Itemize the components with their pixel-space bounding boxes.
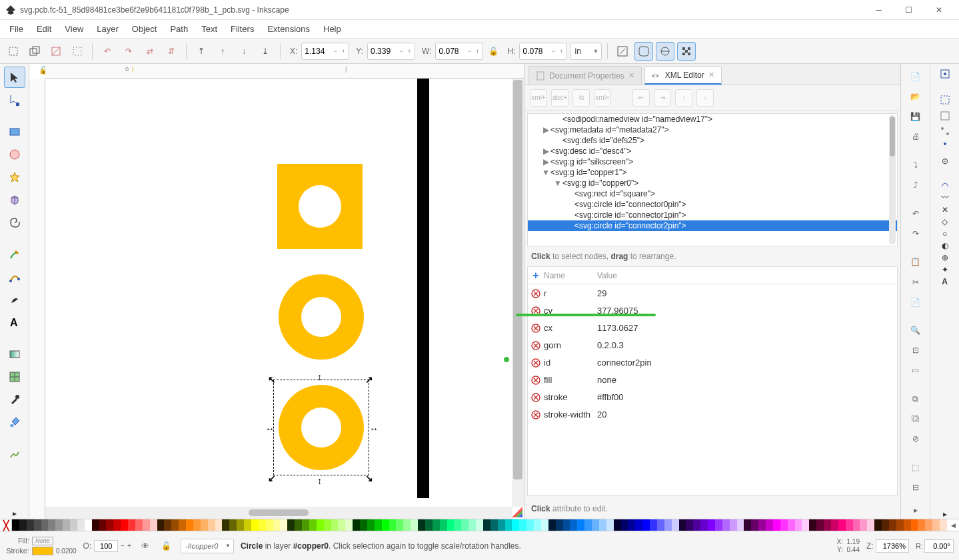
color-swatch[interactable] (657, 519, 664, 531)
snap-bbox-corner-button[interactable] (940, 126, 950, 139)
tweak-tool[interactable] (4, 443, 25, 465)
color-swatch[interactable] (498, 519, 505, 531)
unit-dropdown[interactable]: in▼ (570, 43, 602, 60)
h-dec[interactable]: − (549, 43, 557, 59)
sel-handle-e[interactable]: ↔ (369, 423, 379, 434)
color-swatch[interactable] (722, 519, 730, 531)
xml-node[interactable]: ▶<svg:g id="silkscreen"> (528, 156, 897, 167)
color-swatch[interactable] (802, 519, 809, 531)
color-swatch[interactable] (563, 519, 570, 531)
xml-movedown-button[interactable]: ↓ (696, 89, 714, 107)
selector-tool[interactable] (4, 67, 25, 88)
zoom-drawing-button[interactable]: ⊡ (906, 342, 926, 359)
xml-node[interactable]: <svg:circle id="connector2pin"> (528, 220, 897, 231)
rectangle-tool[interactable] (4, 121, 25, 142)
color-swatch[interactable] (896, 519, 904, 531)
horizontal-scrollbar[interactable] (45, 507, 512, 519)
xml-new-text-button[interactable]: abc+ (551, 89, 568, 107)
tab-xml-editor[interactable]: <> XML Editor ✕ (644, 66, 722, 85)
snap-bbox-button[interactable] (939, 94, 951, 108)
color-swatch[interactable] (353, 519, 360, 531)
color-swatch[interactable] (12, 519, 19, 531)
color-swatch[interactable] (556, 519, 563, 531)
color-swatch[interactable] (324, 519, 331, 531)
color-swatch[interactable] (34, 519, 41, 531)
expand-icon[interactable]: ▼ (541, 168, 550, 177)
color-swatch[interactable] (338, 519, 345, 531)
layer-selector[interactable]: -#copper0▼ (181, 539, 234, 553)
attr-name[interactable]: cx (544, 323, 597, 333)
flip-horizontal-button[interactable]: ⇄ (141, 42, 159, 61)
window-minimize-button[interactable]: ─ (864, 0, 894, 20)
color-swatch[interactable] (375, 519, 382, 531)
attr-value[interactable]: 29 (597, 288, 897, 298)
color-swatch[interactable] (534, 519, 541, 531)
attr-name[interactable]: stroke (544, 392, 597, 402)
rotation-input[interactable] (924, 539, 954, 553)
w-dec[interactable]: − (465, 43, 473, 59)
color-swatch[interactable] (758, 519, 766, 531)
color-swatch[interactable] (519, 519, 526, 531)
tab-close-icon[interactable]: ✕ (628, 71, 634, 80)
color-swatch[interactable] (650, 519, 657, 531)
scale-corners-button[interactable] (634, 42, 653, 61)
menu-view[interactable]: View (58, 21, 90, 37)
attr-row[interactable]: gorn0.2.0.3 (528, 336, 897, 354)
zoom-page-button[interactable]: ▭ (906, 362, 926, 379)
color-swatch[interactable] (628, 519, 635, 531)
xml-node[interactable]: ▼<svg:g id="copper0"> (528, 178, 897, 188)
xml-node[interactable]: <svg:circle id="connector1pin"> (528, 210, 897, 220)
color-swatch[interactable] (889, 519, 896, 531)
vertical-scrollbar[interactable] (512, 79, 524, 507)
delete-attr-button[interactable] (528, 288, 544, 298)
palette-menu-button[interactable]: ◀ (947, 519, 959, 531)
shape-connector1pin[interactable] (279, 274, 364, 360)
color-swatch[interactable] (838, 519, 846, 531)
horizontal-ruler[interactable]: 0 | | (45, 64, 524, 79)
color-swatch[interactable] (201, 519, 208, 531)
xml-node[interactable]: ▶<svg:desc id="desc4"> (528, 146, 897, 156)
color-swatch[interactable] (70, 519, 77, 531)
color-swatch[interactable] (157, 519, 165, 531)
sel-handle-s[interactable]: ↕ (317, 475, 322, 486)
snap-path-button[interactable]: 〰 (941, 193, 949, 202)
snap-bbox-center-button[interactable]: ⊙ (942, 156, 948, 166)
lock-aspect-button[interactable]: 🔓 (486, 44, 500, 59)
color-swatch[interactable] (106, 519, 113, 531)
expand-icon[interactable]: ▶ (541, 125, 550, 135)
color-swatch[interactable] (63, 519, 70, 531)
expand-snap-bar[interactable]: ▸ (943, 509, 947, 519)
color-swatch[interactable] (860, 519, 867, 531)
color-swatch[interactable] (744, 519, 751, 531)
color-swatch[interactable] (345, 519, 353, 531)
expand-toolbox[interactable]: ▸ (4, 508, 25, 519)
y-field[interactable]: −+ (367, 43, 415, 60)
color-swatch[interactable] (244, 519, 251, 531)
attr-value[interactable]: 0.2.0.3 (597, 340, 897, 350)
sel-handle-w[interactable]: ↔ (265, 423, 275, 434)
color-swatch[interactable] (403, 519, 411, 531)
snap-text-baseline-button[interactable]: A (942, 277, 948, 286)
menu-file[interactable]: File (3, 21, 30, 37)
color-swatch[interactable] (780, 519, 788, 531)
color-swatch[interactable] (19, 519, 27, 531)
color-swatch[interactable] (592, 519, 599, 531)
color-swatch[interactable] (541, 519, 548, 531)
scrollbar-thumb[interactable] (513, 80, 522, 479)
color-swatch[interactable] (874, 519, 882, 531)
node-tool[interactable] (4, 89, 25, 111)
color-swatch[interactable] (121, 519, 128, 531)
color-swatch[interactable] (440, 519, 447, 531)
scale-stroke-button[interactable] (613, 42, 632, 61)
color-swatch[interactable] (447, 519, 455, 531)
color-swatch[interactable] (389, 519, 397, 531)
xml-duplicate-button[interactable]: ⧉ (572, 89, 590, 107)
snap-bbox-edge-button[interactable] (940, 111, 950, 123)
color-swatch[interactable] (476, 519, 483, 531)
scrollbar-thumb[interactable] (249, 509, 309, 516)
cut-button[interactable]: ✂ (906, 273, 926, 290)
color-swatch[interactable] (461, 519, 469, 531)
x-dec[interactable]: − (331, 43, 339, 59)
menu-extensions[interactable]: Extensions (261, 21, 317, 37)
stroke-chip[interactable] (32, 547, 53, 555)
